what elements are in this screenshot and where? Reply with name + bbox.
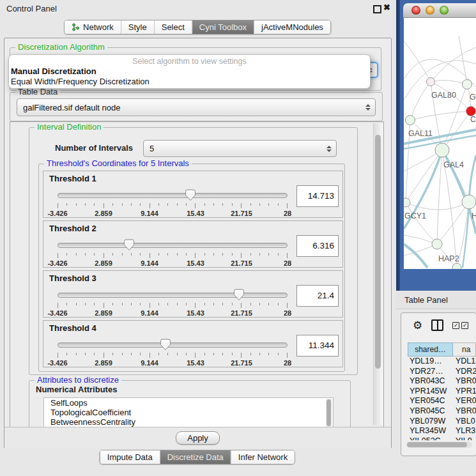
- list-scrollbar[interactable]: [326, 399, 332, 428]
- table-row[interactable]: YDL19…YDL1: [408, 357, 476, 367]
- algorithm-menu-item[interactable]: Equal Width/Frequency Discretization: [9, 77, 370, 87]
- tab-cyni-toolbox[interactable]: Cyni Toolbox: [192, 20, 254, 34]
- split-columns-icon[interactable]: [431, 319, 443, 331]
- table-row[interactable]: YBR045CYBR0: [408, 406, 476, 417]
- slider-ticks: [58, 353, 288, 358]
- tab-discretize-data[interactable]: Discretize Data: [160, 450, 231, 464]
- network-view-window: GAL80GACGAL11GAL4GCY1HHAP2: [396, 0, 476, 291]
- network-node[interactable]: [406, 116, 415, 125]
- network-edge-highlighted[interactable]: [404, 244, 427, 268]
- threshold-value-field[interactable]: 14.713: [296, 185, 339, 207]
- tab-infer-network[interactable]: Infer Network: [231, 450, 295, 464]
- threshold-slider[interactable]: -3.4262.8599.14415.4321.71528: [58, 240, 288, 267]
- bottom-tab-bar: Impute DataDiscretize DataInfer Network: [100, 450, 295, 464]
- network-edge[interactable]: [404, 41, 431, 82]
- slider-track[interactable]: [58, 293, 288, 298]
- table-header-row: shared…na: [408, 342, 476, 357]
- threshold-slider[interactable]: -3.4262.8599.14415.4321.71528: [58, 340, 288, 367]
- table-cell: YBR045C: [408, 406, 456, 417]
- tab-impute-data[interactable]: Impute Data: [100, 450, 160, 464]
- slider-handle[interactable]: [185, 189, 196, 201]
- close-icon[interactable]: ✖: [383, 3, 390, 12]
- table-row[interactable]: YER054CYER0: [408, 396, 476, 406]
- table-row[interactable]: YPR145WYPR1: [408, 387, 476, 397]
- float-window-icon[interactable]: [373, 5, 381, 13]
- table-cell: YBR0: [456, 376, 476, 387]
- minimize-traffic-light-icon[interactable]: [426, 6, 434, 15]
- network-node[interactable]: [427, 78, 435, 86]
- tab-jactivemnodules[interactable]: jActiveMNodules: [254, 20, 330, 34]
- tab-network[interactable]: Network: [65, 20, 121, 34]
- slider-handle[interactable]: [124, 239, 134, 251]
- slider-track[interactable]: [58, 243, 288, 248]
- network-edge[interactable]: [431, 47, 476, 82]
- algorithm-menu-item[interactable]: Manual Discretization: [9, 66, 370, 77]
- network-graph: GAL80GACGAL11GAL4GCY1HHAP2: [404, 18, 476, 269]
- slider-track[interactable]: [58, 193, 288, 198]
- network-edge[interactable]: [410, 82, 431, 120]
- threshold-value-field[interactable]: 21.4: [296, 285, 339, 307]
- table-row[interactable]: YDR27…YDR2: [408, 367, 476, 377]
- group-title: Attributes to discretize: [35, 376, 121, 385]
- horizontal-scrollbar[interactable]: [406, 441, 472, 448]
- table-cell: YLR345W: [408, 426, 456, 436]
- threshold-value-field[interactable]: 11.344: [296, 335, 339, 357]
- network-node[interactable]: [404, 198, 410, 207]
- threshold-slider[interactable]: -3.4262.8599.14415.4321.71528: [58, 290, 288, 317]
- network-window-titlebar[interactable]: [403, 3, 476, 18]
- scrollbar-thumb[interactable]: [375, 135, 381, 369]
- apply-button[interactable]: Apply: [176, 431, 220, 445]
- network-edge[interactable]: [406, 203, 437, 244]
- network-canvas[interactable]: GAL80GACGAL11GAL4GCY1HHAP2: [404, 18, 476, 269]
- network-edge[interactable]: [431, 81, 467, 84]
- algorithm-menu-item[interactable]: Select algorithm to view settings: [9, 56, 370, 66]
- network-node[interactable]: [452, 263, 461, 269]
- table-data-combo-value: galFiltered.sif default node: [23, 103, 120, 112]
- table-cell: YBR0: [456, 406, 476, 417]
- slider-handle[interactable]: [234, 289, 244, 301]
- group-title: Threshold's Coordinates for 5 Intervals: [44, 159, 192, 168]
- threshold-value-field[interactable]: 6.316: [296, 235, 339, 257]
- network-edge[interactable]: [459, 36, 467, 84]
- attribute-list-item[interactable]: TopologicalCoefficient: [44, 408, 333, 417]
- network-node[interactable]: [435, 143, 449, 157]
- attribute-list-item[interactable]: BetweennessCentrality: [44, 417, 333, 427]
- network-node-label: GAL11: [408, 129, 433, 138]
- checkbox-icon: ✓: [461, 322, 468, 329]
- table-row[interactable]: YIL052CYIL0: [408, 436, 476, 440]
- zoom-traffic-light-icon[interactable]: [440, 6, 449, 15]
- table-data-combo[interactable]: galFiltered.sif default node: [17, 98, 376, 116]
- network-node-label: GA: [470, 93, 476, 102]
- slider-track[interactable]: [58, 342, 288, 348]
- gear-icon[interactable]: ⚙: [413, 320, 422, 331]
- select-columns-icon[interactable]: ✓ ✓: [452, 322, 468, 329]
- network-edge[interactable]: [410, 111, 471, 120]
- slider-ticks: [58, 203, 288, 209]
- network-node-label: GAL4: [443, 160, 464, 169]
- number-of-intervals-combo[interactable]: 5: [143, 140, 337, 157]
- tab-label: jActiveMNodules: [261, 22, 323, 32]
- threshold-slider[interactable]: -3.4262.8599.14415.4321.71528: [58, 190, 288, 217]
- tab-style[interactable]: Style: [121, 20, 154, 34]
- close-traffic-light-icon[interactable]: [411, 6, 420, 15]
- network-node[interactable]: [432, 239, 442, 249]
- network-edge-highlighted[interactable]: [463, 202, 469, 268]
- scrollbar-thumb[interactable]: [326, 399, 331, 426]
- vertical-scrollbar[interactable]: [373, 123, 383, 425]
- table-row[interactable]: YBR043CYBR0: [408, 376, 476, 387]
- tab-label: Infer Network: [238, 452, 288, 462]
- table-column-header[interactable]: na: [453, 342, 476, 357]
- tab-select[interactable]: Select: [154, 20, 192, 34]
- tab-label: Cyni Toolbox: [199, 22, 247, 32]
- numerical-attributes-label: Numerical Attributes: [36, 385, 117, 394]
- table-column-header[interactable]: shared…: [408, 342, 453, 357]
- table-row[interactable]: YLR345WYLR3: [408, 426, 476, 436]
- numerical-attributes-list[interactable]: SelfLoopsTopologicalCoefficientBetweenne…: [43, 397, 334, 428]
- scrollbar-thumb[interactable]: [407, 442, 467, 447]
- network-node[interactable]: [463, 80, 472, 89]
- table-row[interactable]: YBL079WYBL0: [408, 417, 476, 427]
- table-cell: YDL19…: [408, 357, 456, 367]
- attribute-list-item[interactable]: SelfLoops: [44, 398, 333, 408]
- slider-handle[interactable]: [160, 339, 171, 351]
- network-node[interactable]: [462, 195, 476, 209]
